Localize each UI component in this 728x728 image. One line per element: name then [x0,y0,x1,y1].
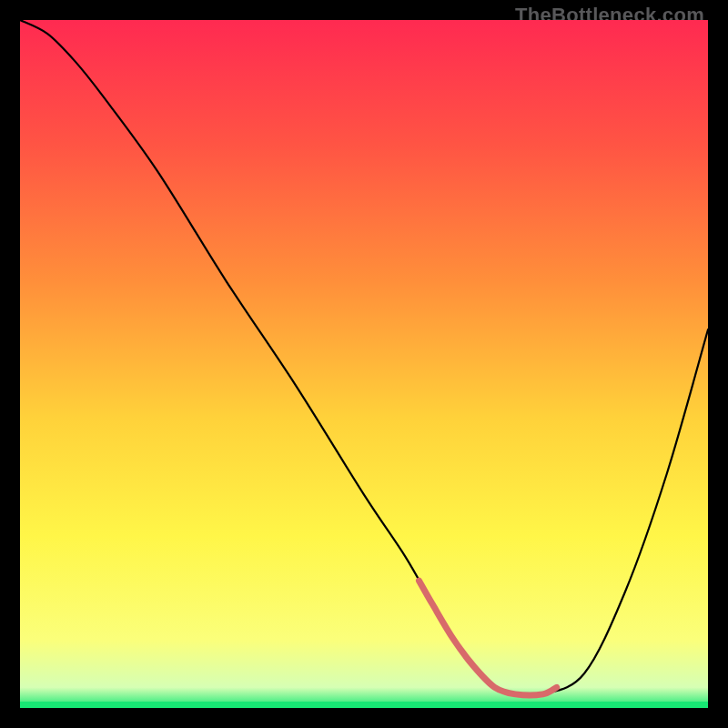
app-frame: TheBottleneck.com [0,0,728,728]
plot-area [20,20,708,708]
chart-svg [20,20,708,708]
green-baseline [20,702,708,708]
